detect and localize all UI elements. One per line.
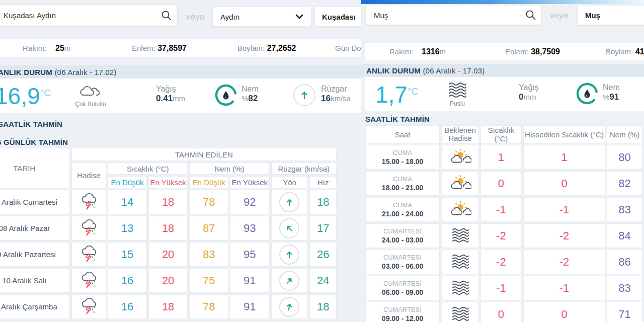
weather-app: veya Aydın Kuşadası Rakım: 25m Enlem: 37… xyxy=(0,0,644,322)
fog-icon xyxy=(451,305,470,321)
col-header-yon: Yön xyxy=(271,176,308,188)
current-conditions-card: 1,7°C Puslu Yağış 0mm Nem %91 xyxy=(365,77,644,111)
nem-value: 82 xyxy=(248,94,258,103)
hourly-forecast-title: SAATLİK TAHMİN xyxy=(0,120,62,128)
rakim-number: 25 xyxy=(55,44,64,52)
thunderstorm-icon xyxy=(79,192,99,211)
panel-mus: veya Muş Rakım: 1316m Enlem: 38,7509 Boy… xyxy=(361,0,644,322)
hour-feels: -1 xyxy=(523,276,605,300)
enlem-label: Enlem: xyxy=(505,47,529,56)
yagis-unit: mm xyxy=(523,93,536,101)
hum-min: 87 xyxy=(189,216,228,240)
temp-unit: °C xyxy=(408,86,418,97)
boylam-number: 27,2652 xyxy=(267,44,296,52)
row-date: 07 Aralık Cumartesi xyxy=(0,190,70,214)
enlem-number: 38,7509 xyxy=(531,47,560,56)
wind-direction-icon xyxy=(279,192,299,212)
wind-direction-icon xyxy=(275,214,303,242)
temp-min: 15 xyxy=(108,242,147,267)
hour-humidity: 83 xyxy=(607,197,642,222)
partly-cloudy-icon xyxy=(449,148,471,165)
hour-temp: -1 xyxy=(480,197,522,222)
boylam-label: Boylam: xyxy=(606,47,633,56)
droplet-icon xyxy=(223,91,229,100)
col-header-tarih: TARİH xyxy=(0,148,70,188)
rakim-value: 25m xyxy=(55,44,70,53)
district-select[interactable]: Kuşadası xyxy=(314,7,361,27)
table-row: CUMARTESİ06.00 - 09.00 -1 -1 83 xyxy=(365,276,642,300)
row-time: 15.00 - 18.00 xyxy=(366,157,439,166)
station-info-bar: Rakım: 1316m Enlem: 38,7509 Boylam: 41,5 xyxy=(365,43,644,60)
hour-temp: -2 xyxy=(480,223,522,248)
hum-max: 95 xyxy=(230,242,269,267)
location-search-box-right xyxy=(365,5,541,25)
current-section-date: (06 Aralık - 17.02) xyxy=(54,68,116,76)
partly-cloudy-icon xyxy=(449,175,471,191)
col-header-hiz: Hız xyxy=(309,176,337,188)
gundogumu-label: Gün Do xyxy=(335,44,361,52)
hourly-forecast-table: Saat Beklenen Hadise Sıcaklık (°C) Hisse… xyxy=(364,124,644,322)
nem-label: Nem xyxy=(603,83,620,92)
table-row: 11 Aralık Çarşamba 16 18 78 91 18 xyxy=(0,294,337,319)
hourly-forecast-title: SAATLİK TAHMİN xyxy=(365,115,430,123)
temp-min: 16 xyxy=(108,268,147,293)
col-header-temp-max: En Yüksek xyxy=(148,176,188,188)
district-select-value: Muş xyxy=(585,11,600,20)
wind-speed: 17 xyxy=(309,216,337,240)
current-condition: Puslu xyxy=(440,81,475,107)
fog-icon xyxy=(451,227,470,243)
temp-max: 18 xyxy=(148,190,188,214)
table-row: CUMARTESİ24.00 - 03.00 -2 -2 84 xyxy=(365,223,642,248)
nem-value: 91 xyxy=(609,92,619,102)
search-input[interactable] xyxy=(0,5,156,26)
nem-pct: % xyxy=(603,93,609,101)
daily-forecast-title: 5 GÜNLÜK TAHMİN xyxy=(0,138,68,146)
temp-min: 14 xyxy=(108,190,147,214)
current-condition: Çok Bulutlu xyxy=(70,84,111,108)
fog-icon xyxy=(446,81,468,98)
rakim-unit: m xyxy=(64,44,71,52)
hum-max: 91 xyxy=(230,294,269,319)
chevron-down-icon xyxy=(294,11,305,22)
enlem-number: 37,8597 xyxy=(157,44,187,52)
humidity-ring-icon xyxy=(214,84,237,107)
row-day: CUMARTESİ xyxy=(366,228,439,235)
temp-max: 20 xyxy=(148,242,188,267)
thunderstorm-icon xyxy=(79,296,99,315)
search-input[interactable] xyxy=(366,6,521,25)
nem-pct: % xyxy=(242,94,248,103)
yagis-unit: mm xyxy=(173,94,185,103)
search-button[interactable] xyxy=(156,5,177,26)
humidity-metric: Nem %82 xyxy=(242,85,259,104)
table-row: 08 Aralık Pazar 13 18 87 93 17 xyxy=(0,216,337,240)
hour-feels: 0 xyxy=(523,171,605,196)
province-select[interactable]: Aydın xyxy=(213,7,311,27)
humidity-metric: Nem %91 xyxy=(603,83,620,102)
hum-max: 91 xyxy=(230,268,269,293)
district-select[interactable]: Muş xyxy=(578,5,644,25)
row-time: 24.00 - 03.00 xyxy=(366,236,439,244)
precipitation-metric: Yağış 0.41mm xyxy=(156,85,185,104)
station-info-bar: Rakım: 25m Enlem: 37,8597 Boylam: 27,265… xyxy=(0,39,361,57)
row-date: 08 Aralık Pazar xyxy=(0,216,70,240)
yagis-label: Yağış xyxy=(156,85,185,94)
wind-arrow-icon xyxy=(298,89,310,101)
table-row: CUMA15.00 - 18.00 1 1 80 xyxy=(365,145,642,170)
search-button[interactable] xyxy=(521,6,541,25)
ruzgar-unit: km/sa xyxy=(331,94,351,103)
fog-icon xyxy=(451,279,470,295)
condition-label: Çok Bulutlu xyxy=(70,101,111,108)
yagis-label: Yağış xyxy=(519,83,539,92)
yagis-value: 0.41 xyxy=(156,94,173,103)
hum-min: 78 xyxy=(189,190,228,214)
hour-humidity: 86 xyxy=(607,250,642,274)
condition-label: Puslu xyxy=(440,100,475,107)
boylam-label: Boylam: xyxy=(237,44,265,52)
hour-humidity: 83 xyxy=(607,276,642,300)
temp-max: 18 xyxy=(148,294,188,319)
cloudy-icon xyxy=(78,84,103,99)
hour-feels: -2 xyxy=(523,223,605,248)
boylam-value: Boylam: 27,2652 xyxy=(237,44,296,53)
col-header-sicaklik: Sıcaklık (°C) xyxy=(108,163,188,175)
hum-min: 83 xyxy=(189,242,228,267)
